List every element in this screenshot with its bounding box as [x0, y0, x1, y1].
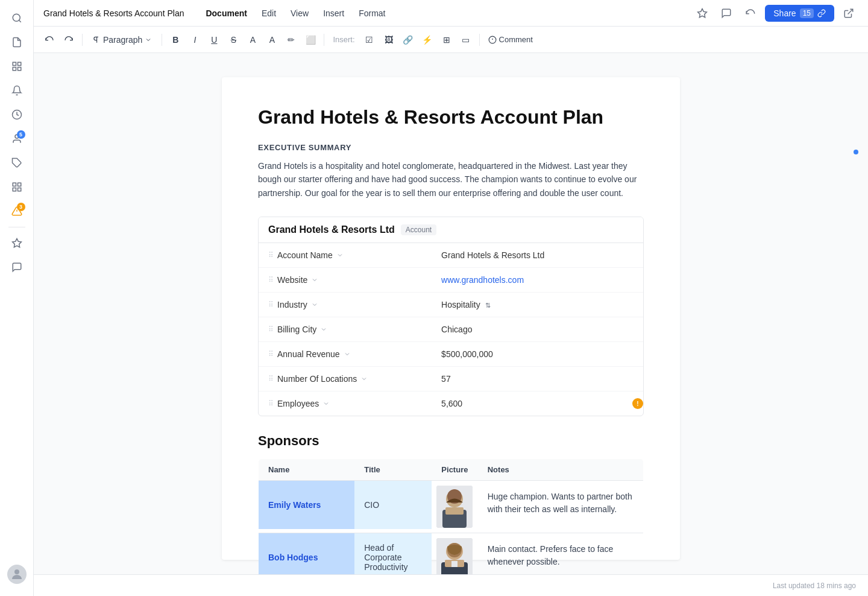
star-button[interactable] — [693, 4, 712, 23]
checkbox-button[interactable]: ☑ — [361, 31, 378, 48]
table-row: ⠿ Website www.grandhotels.com — [259, 268, 643, 293]
value-cell-website[interactable]: www.grandhotels.com — [432, 268, 643, 293]
emily-name: Emily Waters — [268, 500, 321, 510]
menu-items: Document Edit View Insert Format — [198, 5, 392, 22]
sidebar-icon-star[interactable] — [6, 232, 28, 254]
svg-point-0 — [13, 14, 20, 21]
bob-avatar — [436, 538, 473, 574]
sidebar-icon-search[interactable] — [6, 7, 28, 29]
fmt-separator-4 — [479, 34, 480, 46]
table-row: ⠿ Annual Revenue $500,000,000 — [259, 342, 643, 367]
comment-button[interactable] — [717, 4, 736, 23]
image-button[interactable]: 🖼 — [380, 31, 397, 48]
table-button[interactable]: ⊞ — [438, 31, 455, 48]
sidebar-icon-chat[interactable] — [6, 256, 28, 278]
sidebar-icon-grid[interactable] — [6, 55, 28, 77]
emily-silhouette — [436, 486, 473, 528]
sidebar-icon-alert[interactable]: 3 — [6, 200, 28, 222]
svg-line-17 — [848, 9, 853, 14]
main-area: Grand Hotels & Resorts Account Plan Docu… — [34, 0, 868, 596]
svg-rect-2 — [17, 62, 20, 65]
italic-button[interactable]: I — [186, 31, 203, 48]
bob-notes: Main contact. Prefers face to face whene… — [488, 543, 634, 568]
drag-handle[interactable]: ⠿ — [268, 399, 274, 408]
svg-point-15 — [14, 569, 19, 574]
drag-handle[interactable]: ⠿ — [268, 325, 274, 334]
sidebar-icon-bell[interactable] — [6, 80, 28, 101]
link-button[interactable]: 🔗 — [400, 31, 417, 48]
value-cell-billing-city[interactable]: Chicago — [432, 317, 643, 342]
app-title: Grand Hotels & Resorts Account Plan — [43, 8, 184, 18]
value-cell-num-locations[interactable]: 57 — [432, 367, 643, 392]
comment-fmt-button[interactable]: Comment — [485, 31, 536, 48]
value-cell-industry[interactable]: Hospitality ⇅ — [432, 293, 643, 317]
paragraph-select[interactable]: Paragraph — [87, 33, 157, 47]
strikethrough-button[interactable]: S — [225, 31, 242, 48]
inline-block-button[interactable]: ⬜ — [302, 31, 319, 48]
field-label-billing-city: Billing City — [277, 325, 316, 334]
bob-title: Head of Corporate Productivity — [364, 543, 422, 572]
sidebar-icon-tag[interactable] — [6, 152, 28, 174]
info-dot[interactable]: ! — [632, 398, 643, 409]
menu-view[interactable]: View — [283, 5, 316, 22]
sidebar-icon-document[interactable] — [6, 31, 28, 53]
format-bar: Paragraph B I U S A A ✏ ⬜ Insert: ☑ 🖼 🔗 … — [34, 27, 868, 53]
embed-button[interactable]: ▭ — [458, 31, 474, 48]
chevron-down-icon — [322, 400, 330, 407]
menu-edit[interactable]: Edit — [254, 5, 283, 22]
field-cell-industry: ⠿ Industry — [259, 293, 432, 317]
account-card-header: Grand Hotels & Resorts Ltd Account — [259, 217, 643, 243]
exec-summary-heading: EXECUTIVE SUMMARY — [258, 143, 644, 152]
value-cell-account-name[interactable]: Grand Hotels & Resorts Ltd — [432, 243, 643, 268]
insert-label: Insert: — [333, 35, 354, 44]
sponsor-notes-bob: Main contact. Prefers face to face whene… — [478, 533, 644, 574]
sponsor-row-emily: Emily Waters CIO — [259, 481, 644, 533]
svg-marker-16 — [698, 8, 707, 17]
drag-handle[interactable]: ⠿ — [268, 300, 274, 309]
highlight-button[interactable]: ✏ — [283, 31, 300, 48]
sidebar-icon-clock[interactable] — [6, 104, 28, 125]
menu-document[interactable]: Document — [198, 5, 254, 22]
bold-button[interactable]: B — [167, 31, 184, 48]
drag-handle[interactable]: ⠿ — [268, 375, 274, 383]
drag-handle[interactable]: ⠿ — [268, 350, 274, 358]
menu-insert[interactable]: Insert — [316, 5, 351, 22]
bolt-button[interactable]: ⚡ — [419, 31, 436, 48]
status-bar: Last updated 18 mins ago — [34, 574, 868, 596]
blue-dot-indicator — [854, 150, 858, 154]
fmt-separator-1 — [82, 34, 83, 46]
account-card: Grand Hotels & Resorts Ltd Account ⠿ Acc… — [258, 217, 644, 416]
sponsor-title-bob: Head of Corporate Productivity — [354, 533, 432, 574]
undo-fmt-button[interactable] — [41, 31, 58, 48]
exec-summary-text: Grand Hotels is a hospitality and hotel … — [258, 159, 644, 200]
sidebar-icon-user[interactable]: 5 — [6, 128, 28, 150]
svg-rect-24 — [445, 507, 464, 515]
share-label: Share — [773, 8, 796, 18]
drag-handle[interactable]: ⠿ — [268, 251, 274, 259]
font-color-button[interactable]: A — [263, 31, 280, 48]
industry-value: Hospitality — [441, 300, 480, 309]
undo-button[interactable] — [741, 4, 760, 23]
redo-fmt-button[interactable] — [60, 31, 77, 48]
field-label-num-locations: Number Of Locations — [277, 374, 357, 384]
svg-rect-8 — [13, 183, 16, 186]
col-title: Title — [354, 459, 432, 481]
svg-rect-4 — [13, 68, 16, 71]
sidebar-icon-apps[interactable] — [6, 176, 28, 198]
value-cell-annual-revenue[interactable]: $500,000,000 — [432, 342, 643, 367]
field-label-annual-revenue: Annual Revenue — [277, 349, 340, 359]
font-size-button[interactable]: A — [244, 31, 261, 48]
sponsor-notes-emily: Huge champion. Wants to partner both wit… — [478, 481, 644, 533]
share-button[interactable]: Share 15 — [765, 5, 834, 22]
underline-button[interactable]: U — [206, 31, 222, 48]
svg-rect-30 — [451, 561, 458, 567]
user-avatar[interactable] — [7, 565, 27, 584]
external-link-button[interactable] — [839, 4, 858, 23]
svg-marker-14 — [12, 239, 21, 247]
drag-handle[interactable]: ⠿ — [268, 276, 274, 284]
employees-value: 5,600 — [441, 399, 462, 408]
doc-title: Grand Hotels & Resorts Account Plan — [258, 106, 644, 128]
chevron-down-icon — [311, 301, 318, 308]
value-cell-employees[interactable]: 5,600 ! — [432, 392, 643, 416]
menu-format[interactable]: Format — [351, 5, 392, 22]
